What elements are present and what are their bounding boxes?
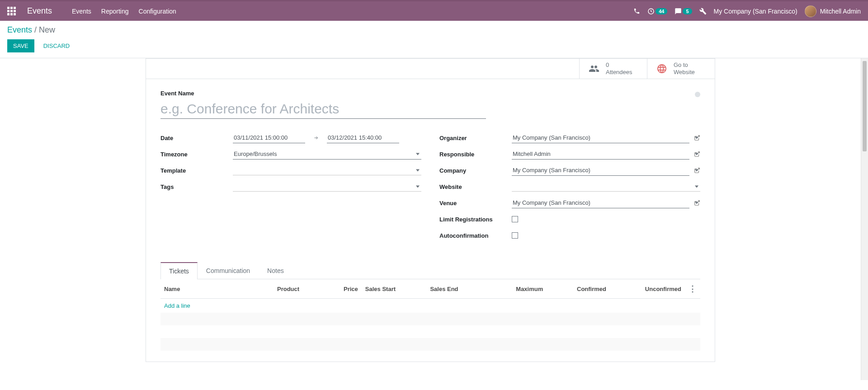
content-area: 0 Attendees Go to Website Event Name	[0, 58, 861, 380]
venue-select[interactable]: My Company (San Francisco)	[512, 197, 689, 208]
event-name-label: Event Name	[160, 90, 486, 97]
phone-icon[interactable]	[633, 8, 640, 14]
timezone-label: Timezone	[160, 151, 233, 158]
form-body: Event Name Date	[146, 79, 715, 362]
tab-communication[interactable]: Communication	[198, 262, 259, 279]
date-start-input[interactable]	[233, 132, 305, 143]
responsible-label: Responsible	[439, 151, 512, 158]
app-title: Events	[27, 6, 52, 16]
responsible-value: Mitchell Admin	[512, 149, 700, 160]
nav-menu-reporting[interactable]: Reporting	[101, 8, 129, 15]
website-value	[512, 182, 700, 192]
action-buttons: SAVE DISCARD	[7, 39, 861, 52]
limit-label: Limit Registrations	[439, 216, 512, 223]
autoconfirm-value	[512, 232, 700, 239]
external-link-icon[interactable]	[694, 135, 700, 141]
company-selector[interactable]: My Company (San Francisco)	[714, 8, 797, 15]
stat-buttons: 0 Attendees Go to Website	[146, 59, 715, 79]
col-product: Product	[274, 279, 324, 299]
form-sheet: 0 Attendees Go to Website Event Name	[146, 58, 715, 362]
tab-tickets[interactable]: Tickets	[160, 262, 198, 279]
messaging-badge: 5	[683, 8, 692, 14]
tab-notes[interactable]: Notes	[259, 262, 292, 279]
attendees-count: 0	[606, 61, 632, 69]
content-wrapper: 0 Attendees Go to Website Event Name	[0, 58, 868, 380]
col-sales-end: Sales End	[426, 279, 487, 299]
breadcrumb: Events / New	[7, 25, 861, 35]
organizer-label: Organizer	[439, 135, 512, 141]
timezone-value: Europe/Brussels	[233, 149, 421, 160]
website-line2: Website	[674, 69, 695, 76]
limit-row: Limit Registrations	[439, 213, 700, 226]
tab-content: Name Product Price Sales Start Sales End…	[160, 279, 700, 351]
control-panel: Events / New SAVE DISCARD	[0, 21, 868, 58]
autoconfirm-checkbox[interactable]	[512, 232, 518, 239]
external-link-icon[interactable]	[694, 167, 700, 174]
date-row: Date	[160, 132, 421, 144]
limit-checkbox[interactable]	[512, 216, 518, 222]
table-header-row: Name Product Price Sales Start Sales End…	[160, 279, 700, 299]
template-label: Template	[160, 167, 233, 174]
website-stat-button[interactable]: Go to Website	[647, 59, 715, 79]
organizer-select[interactable]: My Company (San Francisco)	[512, 132, 689, 143]
title-row: Event Name	[160, 90, 700, 119]
col-maximum: Maximum	[487, 279, 547, 299]
timezone-row: Timezone Europe/Brussels	[160, 148, 421, 160]
tags-row: Tags	[160, 180, 421, 193]
col-sales-start: Sales Start	[362, 279, 427, 299]
save-button[interactable]: SAVE	[7, 39, 34, 52]
website-field-label: Website	[439, 183, 512, 190]
template-select[interactable]	[233, 165, 421, 175]
tab-area: Tickets Communication Notes Name Product…	[160, 262, 700, 351]
event-name-input[interactable]	[160, 99, 486, 119]
discard-button[interactable]: DISCARD	[40, 39, 74, 52]
nav-menu-configuration[interactable]: Configuration	[139, 8, 176, 15]
date-end-input[interactable]	[327, 132, 399, 143]
date-value	[233, 132, 421, 143]
apps-grid-icon[interactable]	[7, 7, 16, 16]
arrow-right-icon	[312, 135, 320, 141]
user-name: Mitchell Admin	[820, 8, 861, 15]
add-line-link[interactable]: Add a line	[164, 302, 190, 309]
attendees-label: Attendees	[606, 69, 632, 76]
company-row: Company My Company (San Francisco)	[439, 164, 700, 177]
timezone-select[interactable]: Europe/Brussels	[233, 149, 421, 160]
company-select[interactable]: My Company (San Francisco)	[512, 165, 689, 176]
responsible-select[interactable]: Mitchell Admin	[512, 149, 689, 160]
tags-label: Tags	[160, 183, 233, 190]
website-select[interactable]	[512, 182, 700, 192]
company-label: Company	[439, 167, 512, 174]
template-row: Template	[160, 164, 421, 177]
tab-list: Tickets Communication Notes	[160, 262, 700, 279]
table-row: Add a line	[160, 299, 700, 313]
attendees-stat-text: 0 Attendees	[606, 61, 632, 75]
kanban-status-dot[interactable]	[695, 92, 700, 97]
messaging-icon[interactable]: 5	[675, 8, 692, 15]
company-value: My Company (San Francisco)	[512, 165, 700, 176]
external-link-icon[interactable]	[694, 151, 700, 157]
scrollbar[interactable]	[861, 58, 868, 380]
venue-row: Venue My Company (San Francisco)	[439, 197, 700, 209]
table-row	[160, 325, 700, 338]
activity-icon[interactable]: 44	[647, 8, 667, 15]
scrollbar-thumb[interactable]	[863, 61, 867, 151]
tags-select[interactable]	[233, 182, 421, 192]
external-link-icon[interactable]	[694, 200, 700, 206]
title-block: Event Name	[160, 90, 486, 119]
col-price: Price	[324, 279, 361, 299]
user-menu[interactable]: Mitchell Admin	[805, 5, 861, 17]
attendees-stat-button[interactable]: 0 Attendees	[579, 59, 647, 79]
venue-label: Venue	[439, 200, 512, 207]
venue-value: My Company (San Francisco)	[512, 197, 700, 208]
debug-icon[interactable]	[699, 8, 707, 15]
activity-badge: 44	[656, 8, 667, 14]
globe-icon	[655, 61, 669, 76]
website-stat-text: Go to Website	[674, 61, 695, 75]
form-col-left: Date Timezone Europe/Brussels	[160, 132, 421, 245]
col-unconfirmed: Unconfirmed	[610, 279, 685, 299]
organizer-value: My Company (San Francisco)	[512, 132, 700, 143]
nav-menu-events[interactable]: Events	[72, 8, 91, 15]
breadcrumb-root[interactable]: Events	[7, 25, 32, 34]
ticket-table: Name Product Price Sales Start Sales End…	[160, 279, 700, 351]
kebab-icon[interactable]: ⋮	[689, 284, 697, 293]
